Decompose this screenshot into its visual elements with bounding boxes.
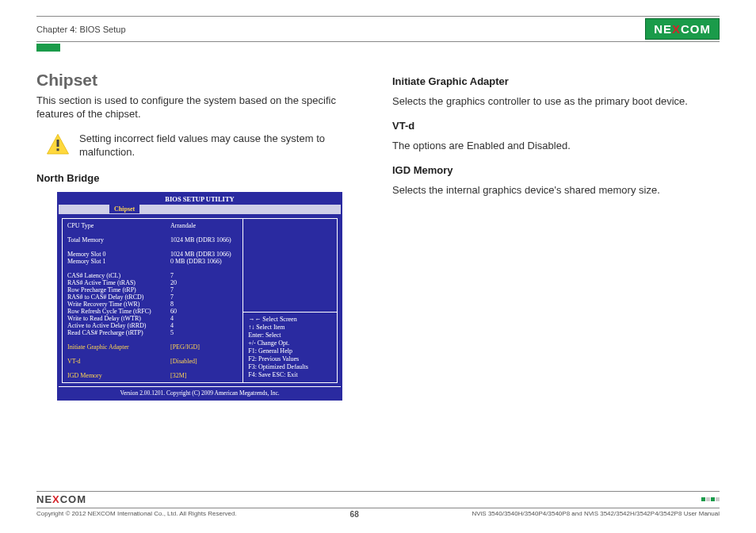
bios-help-blank	[242, 218, 338, 313]
bios-help-keys: →← Select Screen ↑↓ Select Item Enter: S…	[242, 313, 338, 383]
copyright-text: Copyright © 2012 NEXCOM International Co…	[36, 510, 237, 519]
logo-text-pre: NE	[36, 493, 52, 505]
bios-title: BIOS SETUP UTILITY	[59, 194, 341, 205]
bios-info-row	[67, 243, 238, 251]
bios-info-row: Active to Active Delay (tRRD)4	[67, 322, 238, 329]
brand-logo: NEXCOM	[645, 18, 720, 40]
initiate-graphic-adapter-text: Selects the graphics controller to use a…	[392, 95, 720, 109]
bios-option-row	[67, 351, 238, 358]
bios-tab-row: Chipset	[59, 205, 341, 215]
initiate-graphic-adapter-heading: Initiate Graphic Adapter	[392, 75, 720, 87]
vtd-heading: VT-d	[392, 120, 720, 132]
logo-text-post: COM	[681, 22, 711, 36]
section-title: Chipset	[36, 71, 364, 90]
bios-info-row	[67, 265, 238, 272]
bios-help-line: ↑↓ Select Item	[248, 324, 332, 332]
bios-footer: Version 2.00.1201. Copyright (C) 2009 Am…	[59, 386, 341, 399]
bios-screenshot: BIOS SETUP UTILITY Chipset CPU TypeArran…	[57, 192, 342, 401]
bios-option-row	[67, 365, 238, 372]
vtd-text: The options are Enabled and Disabled.	[392, 140, 720, 153]
bios-info-row: Row Precharge Time (tRP)7	[67, 286, 238, 293]
logo-text-post: COM	[60, 493, 86, 505]
bios-option-row: IGD Memory[32M]	[67, 372, 238, 379]
bios-info-row: Memory Slot 01024 MB (DDR3 1066)	[67, 251, 238, 258]
section-intro: This section is used to configure the sy…	[36, 94, 364, 121]
bios-info-row: RAS# to CAS# Delay (tRCD)7	[67, 293, 238, 301]
svg-rect-1	[57, 140, 59, 147]
bios-help-line: Enter: Select	[248, 332, 332, 339]
bios-info-row: Write to Read Delay (tWTR)4	[67, 315, 238, 322]
svg-rect-2	[57, 148, 59, 151]
manual-reference: NViS 3540/3540H/3540P4/3540P8 and NViS 3…	[472, 510, 720, 519]
bios-info-row: Memory Slot 10 MB (DDR3 1066)	[67, 258, 238, 265]
bios-info-row: CAS# Latency (tCL)7	[67, 272, 238, 279]
bios-help-line: F2: Previous Values	[248, 355, 332, 363]
igd-memory-heading: IGD Memory	[392, 164, 720, 176]
logo-text-x: X	[52, 493, 60, 505]
logo-text-x: X	[672, 22, 681, 36]
bios-help-line: +/- Change Opt.	[248, 339, 332, 347]
bios-help-line: F4: Save ESC: Exit	[248, 371, 332, 379]
bios-info-row: CPU TypeArrandale	[67, 222, 238, 229]
bios-help-line: F1: General Help	[248, 347, 332, 355]
bios-info-row: Write Recovery Time (tWR)8	[67, 301, 238, 308]
footer-pixel-icon	[701, 497, 720, 501]
bios-info-row: Total Memory1024 MB (DDR3 1066)	[67, 236, 238, 243]
bios-help-line: →← Select Screen	[248, 316, 332, 324]
bios-info-row: Row Refresh Cycle Time (tRFC)60	[67, 308, 238, 315]
footer-logo: NEXCOM	[36, 493, 86, 505]
north-bridge-heading: North Bridge	[36, 172, 364, 184]
logo-text-pre: NE	[654, 22, 672, 36]
bios-info-row	[67, 229, 238, 236]
warning-text: Setting incorrect field values may cause…	[79, 132, 364, 159]
bios-help-line: F3: Optimized Defaults	[248, 363, 332, 371]
bios-info-row: RAS# Active Time (tRAS)20	[67, 279, 238, 286]
chapter-label: Chapter 4: BIOS Setup	[36, 25, 126, 34]
bios-option-row: VT-d[Disabled]	[67, 358, 238, 365]
bios-info-row: Read CAS# Precharge (tRTP)5	[67, 329, 238, 336]
bios-settings-panel: CPU TypeArrandale Total Memory1024 MB (D…	[62, 218, 242, 383]
bios-tab-chipset: Chipset	[109, 205, 139, 213]
header-accent-bar	[36, 44, 60, 52]
bios-option-row: Initiate Graphic Adapter[PEG/IGD]	[67, 343, 238, 351]
igd-memory-text: Selects the internal graphics device's s…	[392, 184, 720, 197]
warning-icon	[46, 132, 70, 156]
page-number: 68	[350, 510, 359, 519]
